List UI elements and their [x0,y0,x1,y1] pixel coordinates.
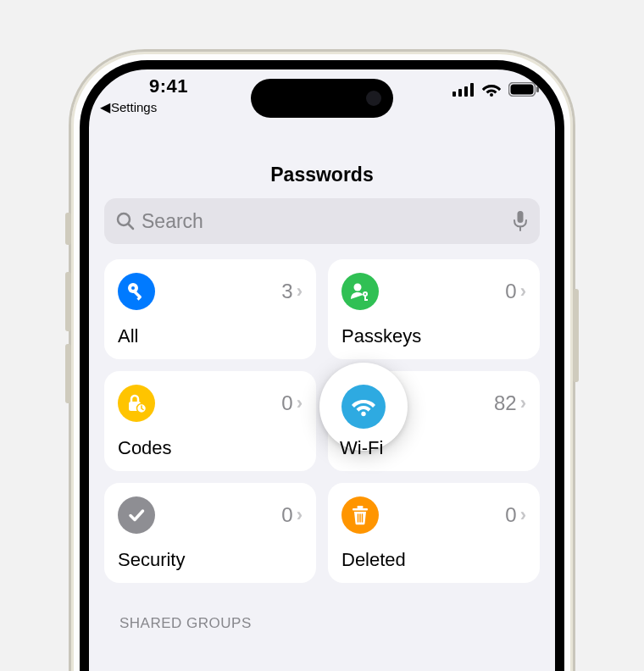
svg-rect-3 [470,83,474,97]
svg-point-13 [131,286,135,290]
lock-clock-icon [118,385,155,422]
search-placeholder: Search [142,210,506,233]
phone-frame: 9:41 ◀︎ Settings [69,49,575,671]
search-icon [116,212,135,230]
screen: 9:41 ◀︎ Settings [80,60,564,671]
card-all[interactable]: 3 › All [104,259,316,359]
card-deleted-label: Deleted [341,549,526,571]
back-caret-icon: ◀︎ [100,99,110,115]
card-security[interactable]: 0 › Security [104,483,316,583]
volume-up-button [65,272,71,331]
search-field[interactable]: Search [104,198,540,244]
card-security-label: Security [118,549,303,571]
dynamic-island [251,79,393,118]
chevron-right-icon: › [297,392,303,414]
card-passkeys-count: 0 [505,280,516,303]
svg-rect-2 [464,86,468,97]
key-icon [118,273,155,310]
svg-point-23 [361,412,365,416]
svg-point-4 [490,93,493,97]
card-wifi-label: Wi-Fi [340,437,526,459]
svg-rect-10 [518,211,524,223]
chevron-right-icon: › [297,504,303,526]
card-all-label: All [118,325,303,347]
card-codes[interactable]: 0 › Codes [104,371,316,471]
person-key-icon [341,273,379,310]
side-button [65,213,71,245]
svg-rect-24 [353,508,368,511]
content-area: Passwords Search [89,148,555,671]
power-button [573,289,579,382]
wifi-status-icon [481,82,502,97]
category-grid: 3 › All [104,259,540,583]
svg-rect-6 [511,85,534,95]
svg-rect-25 [358,506,364,508]
svg-rect-7 [536,86,539,92]
cellular-icon [452,83,475,97]
card-deleted[interactable]: 0 › Deleted [328,483,540,583]
section-header-shared-groups: SHARED GROUPS [104,615,540,632]
back-label: Settings [111,100,157,114]
svg-point-18 [364,293,366,295]
card-deleted-count: 0 [505,503,516,527]
chevron-right-icon: › [520,504,526,526]
svg-line-9 [129,225,134,230]
svg-rect-0 [452,92,456,97]
card-security-count: 0 [281,503,292,527]
card-wifi-count: 82 [494,391,517,415]
page-title: Passwords [104,164,540,186]
back-to-settings-link[interactable]: ◀︎ Settings [100,99,232,115]
battery-icon [508,82,539,97]
card-all-count: 3 [281,280,292,303]
dictation-mic-icon[interactable] [513,210,528,232]
card-codes-label: Codes [118,437,303,459]
volume-down-button [65,344,71,403]
chevron-right-icon: › [520,280,526,302]
svg-point-16 [354,284,362,291]
status-icons [452,82,539,97]
card-codes-count: 0 [281,391,292,415]
status-time: 9:41 [105,75,232,97]
wifi-icon [341,385,386,429]
chevron-right-icon: › [297,280,303,302]
trash-icon [341,496,379,534]
checkmark-icon [118,496,155,534]
card-wifi[interactable]: 82 › Wi-Fi [328,371,540,471]
svg-rect-1 [458,89,462,97]
svg-rect-20 [364,299,368,301]
card-passkeys[interactable]: 0 › Passkeys [328,259,540,359]
chevron-right-icon: › [520,392,526,414]
card-passkeys-label: Passkeys [341,325,526,347]
